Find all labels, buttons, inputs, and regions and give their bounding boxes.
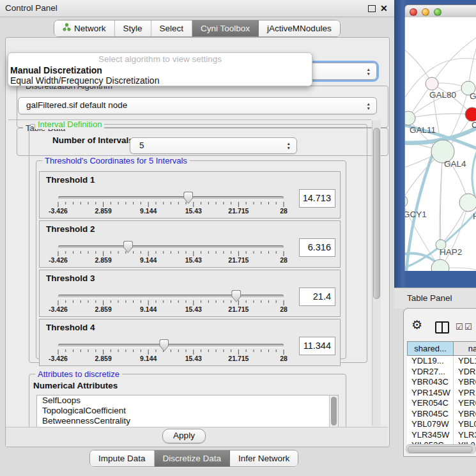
checkbox-icon[interactable]: ☑	[464, 322, 472, 332]
algorithm-option-equal-width-frequency[interactable]: Equal Width/Frequency Discretization	[10, 75, 159, 86]
list-scrollbar-thumb[interactable]	[331, 397, 337, 426]
cell-shared-name: YPR145W	[407, 388, 454, 399]
network-node-label: HAP2	[440, 247, 462, 257]
tab-network[interactable]: Network	[54, 20, 115, 36]
tick-label: -3.426	[42, 207, 75, 215]
tab-label: Discretize Data	[163, 450, 222, 466]
tick-label: 9.144	[132, 305, 165, 313]
network-graph: GAL80GACGAL11GAL4GCY1HHAP2	[405, 17, 476, 271]
tick-label: 2.859	[87, 305, 120, 313]
table-row[interactable]: YER054CYER0	[407, 398, 476, 409]
tick-label: -3.426	[42, 355, 75, 362]
number-of-intervals-select[interactable]: 5 ▲▼	[130, 137, 297, 154]
threshold-label: Threshold 2	[46, 224, 95, 234]
table-row[interactable]: YDR27...YDR2	[407, 367, 476, 378]
tab-style[interactable]: Style	[115, 20, 151, 36]
cell-shared-name: YLR345W	[407, 430, 454, 441]
network-node-gcy1[interactable]	[405, 195, 408, 208]
tab-select[interactable]: Select	[151, 20, 193, 36]
numerical-attributes-list[interactable]: SelfLoopsTopologicalCoefficientBetweenne…	[36, 395, 339, 427]
attribute-item-selfloops[interactable]: SelfLoops	[37, 395, 338, 406]
threshold-value-field[interactable]: 11.344	[299, 337, 335, 355]
table-row[interactable]: YLR345WYLR3	[407, 430, 476, 441]
numerical-attributes-label: Numerical Attributes	[33, 381, 118, 390]
table-data-select[interactable]: galFiltered.sif default node ▲▼	[18, 97, 377, 114]
cell-shared-name: YBR043C	[407, 377, 454, 388]
network-node-c[interactable]	[465, 107, 476, 121]
tick-label: 21.715	[222, 207, 255, 215]
traffic-light-minimize-icon[interactable]	[422, 8, 429, 16]
network-edge[interactable]	[408, 114, 472, 118]
tab-label: Infer Network	[238, 450, 289, 466]
traffic-light-zoom-icon[interactable]	[434, 8, 441, 16]
panel-scrollbar-thumb[interactable]	[373, 128, 380, 299]
tick-label: 9.144	[132, 256, 165, 264]
stepper-icon: ▲▼	[367, 66, 371, 75]
float-window-icon[interactable]	[368, 5, 376, 12]
thresholds-group-title: Threshold's Coordinates for 5 Intervals	[42, 156, 190, 165]
table-horizontal-scrollbar[interactable]	[406, 444, 476, 454]
column-header-shared-name[interactable]: shared...	[407, 341, 453, 356]
tick-label: 28	[267, 355, 300, 362]
tick-label: 15.43	[177, 207, 210, 215]
checkbox-icon[interactable]: ☑	[456, 322, 463, 332]
algorithm-option-manual-discretization[interactable]: Manual Discretization	[10, 65, 102, 75]
network-node-label: GCY1	[405, 210, 427, 219]
threshold-box-threshold-2: Threshold 2-3.4262.8599.14415.4321.71528…	[39, 220, 341, 268]
number-of-intervals-label: Number of Intervals	[52, 135, 134, 145]
threshold-value-field[interactable]: 6.316	[299, 238, 335, 257]
apply-button[interactable]: Apply	[162, 429, 206, 443]
close-icon[interactable]: ✕	[380, 2, 388, 15]
network-node-gal80[interactable]	[426, 77, 438, 90]
column-header-name[interactable]: name	[453, 341, 476, 356]
attribute-item-topologicalcoefficient[interactable]: TopologicalCoefficient	[37, 406, 338, 416]
table-row[interactable]: YDL19...YDL1	[407, 356, 476, 367]
tab-impute-data[interactable]: Impute Data	[90, 450, 155, 466]
slider-track[interactable]	[58, 295, 284, 298]
table-data-selected-value: galFiltered.sif default node	[26, 98, 127, 113]
cell-shared-name: YER054C	[407, 398, 454, 409]
split-columns-icon[interactable]	[435, 321, 449, 334]
bottom-tab-bar: Impute DataDiscretize DataInfer Network	[89, 450, 298, 467]
slider-track[interactable]	[58, 245, 284, 249]
threshold-label: Threshold 4	[46, 323, 95, 332]
network-node-h[interactable]	[459, 194, 476, 211]
cell-name: YBR0	[454, 377, 476, 388]
stepper-icon: ▲▼	[287, 141, 291, 150]
tab-discretize-data[interactable]: Discretize Data	[155, 450, 231, 466]
tab-infer-network[interactable]: Infer Network	[230, 450, 298, 466]
slider-track[interactable]	[58, 196, 284, 199]
network-view-canvas[interactable]: GAL80GACGAL11GAL4GCY1HHAP2	[404, 17, 476, 271]
table-header-row: shared... name	[407, 341, 476, 356]
network-node-gal11[interactable]	[405, 111, 415, 125]
network-edge[interactable]	[432, 36, 476, 84]
slider-track[interactable]	[58, 344, 284, 347]
network-window-titlebar[interactable]	[404, 4, 476, 19]
traffic-light-close-icon[interactable]	[410, 8, 417, 16]
table-row[interactable]: YBR045CYBR0	[407, 409, 476, 420]
list-scrollbar[interactable]	[329, 395, 338, 427]
attribute-item-betweennesscentrality[interactable]: BetweennessCentrality	[37, 416, 338, 426]
stepper-icon: ▲▼	[367, 101, 371, 110]
cell-name: YER0	[454, 398, 476, 409]
cell-shared-name: YDL19...	[407, 356, 454, 367]
tab-label: Impute Data	[98, 450, 146, 466]
tick-label: -3.426	[42, 256, 75, 264]
table-row[interactable]: YBR043CYBR0	[407, 377, 476, 388]
tick-label: 2.859	[87, 256, 120, 264]
network-edge[interactable]	[405, 43, 432, 84]
tick-label: 9.144	[132, 355, 165, 362]
gear-icon[interactable]: ⚙	[411, 318, 422, 332]
tab-label: Network	[74, 20, 106, 36]
threshold-box-threshold-4: Threshold 4-3.4262.8599.14415.4321.71528…	[39, 319, 341, 366]
threshold-box-threshold-3: Threshold 3-3.4262.8599.14415.4321.71528…	[39, 270, 341, 317]
threshold-box-threshold-1: Threshold 1-3.4262.8599.14415.4321.71528…	[39, 171, 341, 219]
tick-label: -3.426	[42, 305, 75, 313]
table-row[interactable]: YBL079WYBL0	[407, 419, 476, 430]
threshold-value-field[interactable]: 14.713	[299, 189, 335, 208]
table-horizontal-scrollbar-thumb[interactable]	[408, 446, 473, 453]
tab-cyni-toolbox[interactable]: Cyni Toolbox	[192, 20, 259, 36]
tab-jactivemnodules[interactable]: jActiveMNodules	[259, 20, 340, 36]
table-row[interactable]: YPR145WYPR1	[407, 388, 476, 399]
threshold-value-field[interactable]: 21.4	[299, 288, 335, 306]
